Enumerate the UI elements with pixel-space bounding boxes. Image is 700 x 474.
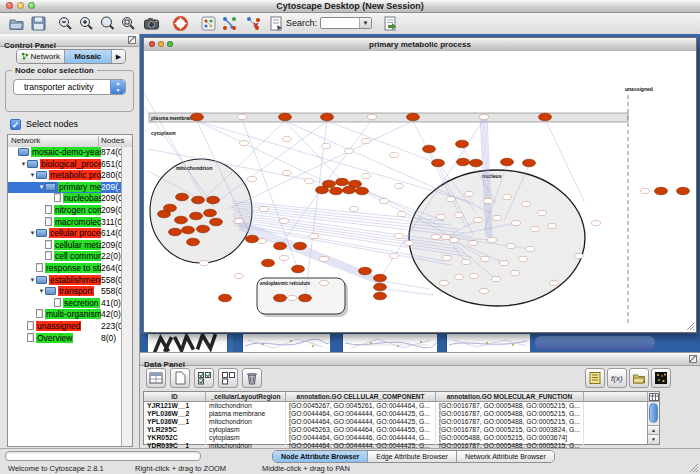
network-node-small[interactable] — [469, 240, 478, 245]
minimize-icon[interactable] — [158, 41, 164, 47]
network-node[interactable] — [457, 158, 470, 166]
network-node-small[interactable] — [235, 218, 244, 223]
network-node-small[interactable] — [390, 253, 399, 258]
zoom-selected-icon[interactable] — [99, 15, 116, 32]
network-node[interactable] — [210, 218, 223, 226]
network-node-small[interactable] — [350, 206, 359, 211]
network-node[interactable] — [175, 216, 188, 224]
snapshot-icon[interactable] — [143, 15, 160, 32]
network-node-small[interactable] — [503, 194, 512, 199]
network-node-small[interactable] — [432, 234, 441, 239]
network-node-small[interactable] — [548, 223, 557, 228]
tree-row[interactable]: nitrogen compo209(0) — [8, 205, 121, 217]
canvas-resize-grip[interactable] — [687, 323, 694, 330]
unselect-attributes-icon[interactable] — [218, 368, 238, 388]
minimize-button[interactable] — [17, 2, 24, 9]
network-node[interactable] — [204, 209, 217, 217]
network-node[interactable] — [274, 294, 287, 302]
network-node[interactable] — [191, 113, 204, 121]
network-node[interactable] — [207, 196, 220, 204]
network-node-small[interactable] — [493, 215, 502, 220]
network-node-small[interactable] — [362, 138, 371, 143]
network-node-small[interactable] — [248, 176, 257, 181]
network-node-small[interactable] — [512, 220, 521, 225]
search-dropdown-icon[interactable]: ▼ — [359, 18, 371, 28]
tab-edge-attribute-browser[interactable]: Edge Attribute Browser — [368, 451, 457, 462]
network-node[interactable] — [279, 113, 292, 121]
network-node-small[interactable] — [305, 178, 314, 183]
network-node-small[interactable] — [526, 246, 535, 251]
network-node-small[interactable] — [455, 274, 464, 279]
network-node[interactable] — [262, 259, 275, 267]
network-node-small[interactable] — [531, 226, 540, 231]
network-node[interactable] — [330, 187, 343, 195]
tree-row[interactable]: cell communicat22(0) — [8, 251, 121, 263]
network-node-small[interactable] — [465, 191, 474, 196]
zoom-button[interactable] — [28, 2, 35, 9]
network-node-small[interactable] — [522, 201, 531, 206]
network-node-small[interactable] — [450, 237, 459, 242]
network-node[interactable] — [343, 186, 356, 194]
vizmapper-icon[interactable] — [200, 15, 217, 32]
import-folder-icon[interactable] — [629, 368, 649, 388]
table-column-header[interactable]: annotation.GO MOLECULAR_FUNCTION — [436, 392, 584, 402]
network-node-small[interactable] — [390, 152, 399, 157]
network-node-small[interactable] — [507, 243, 516, 248]
network-node-small[interactable] — [280, 255, 289, 260]
network-node-small[interactable] — [240, 140, 249, 145]
tree-column-nodes[interactable]: Nodes — [101, 135, 124, 146]
node-color-combobox[interactable]: transporter activity ▲▼ — [13, 79, 126, 95]
expand-icon[interactable]: ▼ — [29, 275, 36, 287]
network-node-small[interactable] — [395, 183, 404, 188]
network-node-small[interactable] — [575, 253, 584, 258]
table-column-header[interactable] — [584, 392, 649, 402]
network-node[interactable] — [677, 187, 690, 195]
network-node[interactable] — [197, 225, 210, 233]
network-node[interactable] — [182, 226, 195, 234]
network-node-small[interactable] — [368, 114, 377, 119]
attribute-table[interactable]: ID_cellularLayoutRegionannotation.GO CEL… — [143, 391, 660, 445]
tree-row[interactable]: ▼cellular process614(0) — [8, 228, 121, 240]
network-node-small[interactable] — [480, 114, 489, 119]
background-window-fragment[interactable] — [243, 334, 330, 352]
network-node[interactable] — [336, 178, 349, 186]
create-attribute-icon[interactable] — [170, 368, 190, 388]
network-node-small[interactable] — [442, 234, 451, 239]
network-node-small[interactable] — [484, 198, 493, 203]
network-node-small[interactable] — [405, 240, 414, 245]
tree-row[interactable]: ▼transport558(0) — [8, 286, 121, 298]
table-row[interactable]: YPL036W__1mitochondrion[GO:0044464, GO:0… — [144, 418, 647, 426]
background-window-fragment[interactable] — [343, 334, 437, 352]
tab-network[interactable]: Network — [17, 50, 65, 63]
select-attributes-icon[interactable] — [194, 368, 214, 388]
table-row[interactable]: YPL036W__2plasma membrane[GO:0044464, GO… — [144, 410, 647, 418]
table-scrollbar[interactable]: ▲ ▼ — [647, 402, 659, 444]
network-node-small[interactable] — [380, 198, 389, 203]
network-node-small[interactable] — [288, 295, 297, 300]
tree-row[interactable]: ▼metabolic process280(0) — [8, 170, 121, 182]
network-window-titlebar[interactable]: primary metabolic process — [144, 38, 696, 52]
network-node-small[interactable] — [258, 238, 267, 243]
network-node-small[interactable] — [511, 270, 520, 275]
network-node[interactable] — [316, 186, 329, 194]
network-node-small[interactable] — [455, 212, 464, 217]
edit-delete-icon[interactable] — [245, 15, 262, 32]
network-node-small[interactable] — [322, 143, 331, 148]
search-input[interactable]: ▼ — [320, 17, 372, 29]
import-attributes-icon[interactable] — [382, 15, 399, 32]
annotation-icon[interactable] — [268, 15, 285, 32]
network-node-small[interactable] — [492, 276, 501, 281]
combobox-stepper-icon[interactable]: ▲▼ — [110, 80, 125, 94]
network-node-small[interactable] — [500, 260, 509, 265]
tree-row[interactable]: macromolecule311(0) — [8, 217, 121, 229]
close-button[interactable] — [6, 2, 13, 9]
network-node[interactable] — [539, 113, 552, 121]
network-node[interactable] — [359, 267, 372, 275]
network-node-small[interactable] — [320, 280, 329, 285]
network-node-small[interactable] — [519, 256, 528, 261]
network-node[interactable] — [523, 159, 536, 167]
table-column-header[interactable]: _cellularLayoutRegion — [206, 392, 286, 402]
network-node-small[interactable] — [488, 237, 497, 242]
tree-row[interactable]: secretion41(0) — [8, 298, 121, 310]
zoom-out-icon[interactable] — [57, 15, 74, 32]
